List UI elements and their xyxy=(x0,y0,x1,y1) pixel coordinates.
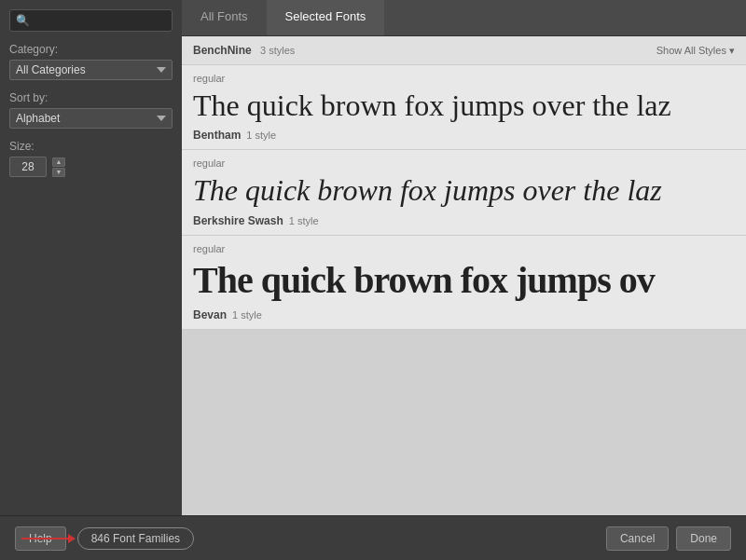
category-section: Category: All CategoriesSerifSans SerifD… xyxy=(9,43,173,80)
font-style-label: regular xyxy=(193,157,735,169)
font-preview: The quick brown fox jumps over the laz xyxy=(193,88,735,123)
category-label: Category: xyxy=(9,43,173,56)
sidebar: Category: All CategoriesSerifSans SerifD… xyxy=(0,0,182,515)
arrow-head xyxy=(68,534,76,543)
size-arrows: ▲ ▼ xyxy=(52,157,65,177)
size-section: Size: ▲ ▼ xyxy=(9,140,173,177)
size-up-arrow[interactable]: ▲ xyxy=(52,157,65,167)
size-control: ▲ ▼ xyxy=(9,157,173,177)
tabs: All Fonts Selected Fonts xyxy=(182,0,746,36)
font-list: BenchNine 3 styles Show All Styles regul… xyxy=(182,36,746,515)
font-footer: Bentham 1 style xyxy=(193,129,735,142)
sort-label: Sort by: xyxy=(9,91,173,104)
arrow-pointer xyxy=(21,534,76,543)
search-input[interactable] xyxy=(16,14,166,27)
font-style-label: regular xyxy=(193,243,735,254)
font-footer: Bevan 1 style xyxy=(193,308,735,321)
list-item[interactable]: BenchNine 3 styles Show All Styles xyxy=(182,36,746,65)
font-styles: 1 style xyxy=(289,215,319,226)
tab-all-fonts[interactable]: All Fonts xyxy=(182,0,267,35)
font-name: Bentham xyxy=(193,129,241,142)
cancel-button[interactable]: Cancel xyxy=(606,526,669,551)
list-item[interactable]: regular The quick brown fox jumps over t… xyxy=(182,150,746,235)
size-label: Size: xyxy=(9,140,173,153)
font-styles: 1 style xyxy=(246,130,276,141)
show-all-styles-button[interactable]: Show All Styles xyxy=(656,45,735,57)
size-input[interactable] xyxy=(9,157,47,177)
font-count-badge: 846 Font Families xyxy=(77,527,194,550)
list-item[interactable]: regular The quick brown fox jumps over t… xyxy=(182,65,746,150)
sort-section: Sort by: AlphabetPopularityTrendingDate … xyxy=(9,91,173,129)
font-name: Bevan xyxy=(193,308,227,321)
category-select[interactable]: All CategoriesSerifSans SerifDisplayHand… xyxy=(9,60,173,80)
bottom-right: Cancel Done xyxy=(606,526,731,551)
font-styles: 1 style xyxy=(232,309,262,321)
done-button[interactable]: Done xyxy=(676,526,731,551)
content-area: All Fonts Selected Fonts BenchNine 3 sty… xyxy=(182,0,746,515)
bottom-left: Help 846 Font Families xyxy=(15,526,194,551)
search-box[interactable] xyxy=(9,9,173,32)
font-name: BenchNine xyxy=(193,44,252,57)
font-footer: Berkshire Swash 1 style xyxy=(193,214,735,227)
font-preview: The quick brown fox jumps over the laz xyxy=(193,172,735,208)
font-name: Berkshire Swash xyxy=(193,214,283,227)
arrow-line xyxy=(21,538,68,540)
list-item[interactable]: regular The quick brown fox jumps ov Bev… xyxy=(182,236,746,330)
font-styles: 3 styles xyxy=(260,45,295,56)
font-preview: The quick brown fox jumps ov xyxy=(193,258,735,303)
sort-select[interactable]: AlphabetPopularityTrendingDate added xyxy=(9,108,173,129)
tab-selected-fonts[interactable]: Selected Fonts xyxy=(267,0,385,35)
font-header: BenchNine 3 styles Show All Styles xyxy=(193,44,735,57)
bottom-bar: Help 846 Font Families Cancel Done xyxy=(0,515,746,560)
font-count-container: 846 Font Families xyxy=(77,527,194,550)
size-down-arrow[interactable]: ▼ xyxy=(52,168,65,177)
font-style-label: regular xyxy=(193,73,735,84)
